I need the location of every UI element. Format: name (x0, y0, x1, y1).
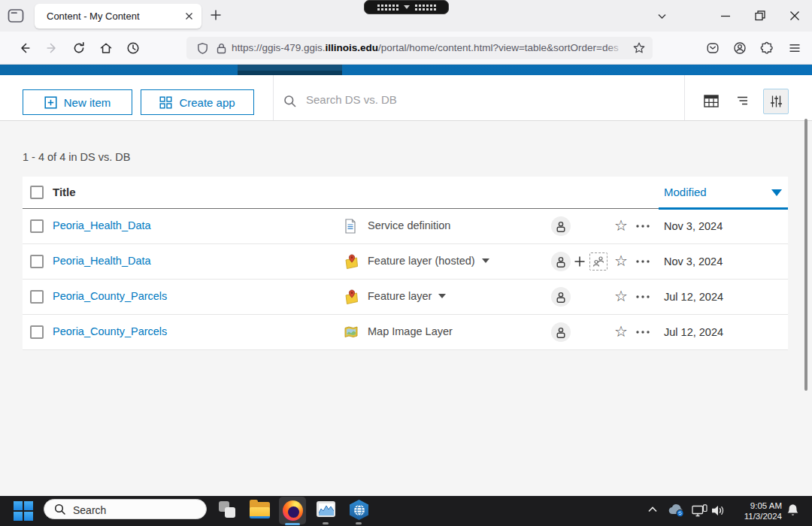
scrollbar-thumb[interactable] (804, 119, 807, 391)
sort-icon[interactable] (736, 95, 749, 107)
sort-desc-caret-icon[interactable] (771, 189, 782, 196)
square-plus-icon (44, 96, 57, 109)
portal-nav-active-tab-sliver (238, 65, 342, 75)
favorite-star-icon[interactable]: ☆ (614, 251, 629, 271)
pocket-icon[interactable] (706, 41, 720, 55)
column-modified-sort[interactable]: Modified (664, 186, 707, 198)
type-dropdown-caret-icon[interactable] (438, 294, 446, 298)
forward-icon[interactable] (45, 41, 59, 55)
arcgis-pro-button[interactable] (350, 500, 368, 520)
tab-close-icon[interactable] (183, 11, 195, 22)
table-header: Title Modified (23, 177, 788, 209)
back-icon[interactable] (18, 41, 32, 55)
window-minimize-button[interactable] (719, 9, 732, 23)
content-search-input[interactable] (304, 89, 556, 109)
item-type-label: Service definition (368, 219, 450, 231)
modified-date: Nov 3, 2024 (664, 255, 723, 268)
create-app-label: Create app (179, 96, 235, 109)
account-icon[interactable] (733, 41, 747, 55)
lock-icon[interactable] (215, 42, 228, 55)
url-text: https://ggis-479.ggis.illinois.edu/porta… (232, 42, 623, 55)
browser-tab[interactable]: Content - My Content (35, 4, 201, 29)
more-options-icon[interactable] (635, 260, 650, 263)
speaker-icon[interactable] (711, 505, 726, 516)
row-checkbox[interactable] (30, 290, 44, 304)
share-plus-icon[interactable] (574, 255, 586, 268)
shield-icon[interactable] (196, 42, 209, 55)
list-all-tabs-icon[interactable] (656, 10, 668, 23)
favorite-star-icon[interactable]: ☆ (614, 322, 629, 341)
content-table: Title Modified Peoria_Health_Data Servic… (23, 177, 788, 350)
more-options-icon[interactable] (635, 295, 650, 298)
item-title-link[interactable]: Peoria_County_Parcels (53, 325, 167, 337)
row-checkbox[interactable] (30, 325, 44, 339)
filter-button[interactable] (763, 89, 789, 114)
taskbar-search-input[interactable] (71, 501, 195, 518)
firefox-button[interactable] (279, 497, 306, 524)
search-icon (283, 95, 296, 107)
table-row: Peoria_Health_Data Feature layer (hosted… (23, 244, 788, 280)
select-all-checkbox[interactable] (30, 186, 44, 199)
type-dropdown-caret-icon[interactable] (482, 258, 489, 263)
taskbar-search[interactable] (44, 499, 207, 519)
table-row: Peoria_Health_Data Service definition ☆ … (23, 209, 788, 244)
running-app-indicator (323, 522, 329, 524)
create-app-button[interactable]: Create app (141, 89, 254, 115)
notification-bell-icon[interactable] (786, 503, 799, 518)
menu-hamburger-icon[interactable] (788, 41, 801, 55)
screen: Content - My Content (0, 0, 812, 526)
row-checkbox[interactable] (30, 219, 44, 233)
home-icon[interactable] (99, 41, 113, 55)
new-item-button[interactable]: New item (23, 89, 132, 115)
window-restore-button[interactable] (753, 9, 767, 23)
sharing-private-icon (551, 252, 571, 271)
tray-chevron-up-icon[interactable] (647, 506, 658, 513)
favorite-star-icon[interactable]: ☆ (614, 286, 629, 306)
browser-tabstrip: Content - My Content (0, 0, 812, 32)
table-view-icon[interactable] (704, 95, 719, 107)
modified-date: Jul 12, 2024 (664, 291, 723, 303)
file-explorer-button[interactable] (250, 501, 270, 518)
content-toolbar: New item Create app (0, 75, 812, 121)
item-title-link[interactable]: Peoria_Health_Data (53, 219, 151, 231)
modified-date: Jul 12, 2024 (664, 326, 723, 338)
taskbar: 9:05 AM 11/3/2024 (0, 496, 812, 526)
filter-sliders-icon (770, 95, 783, 108)
browser-navbar: https://ggis-479.ggis.illinois.edu/porta… (0, 32, 812, 65)
history-clock-icon[interactable] (126, 41, 140, 55)
row-checkbox[interactable] (30, 255, 44, 268)
more-options-icon[interactable] (635, 225, 650, 228)
network-display-icon[interactable] (692, 504, 707, 517)
task-view-button[interactable] (219, 501, 235, 518)
reload-icon[interactable] (72, 41, 86, 55)
new-tab-icon[interactable] (209, 8, 223, 22)
new-item-label: New item (64, 96, 111, 109)
tab-title: Content - My Content (47, 11, 140, 22)
toolbar-divider (273, 75, 274, 120)
window-close-button[interactable] (788, 9, 801, 23)
toolbar-divider (684, 75, 685, 120)
onedrive-cloud-icon[interactable] (668, 503, 686, 518)
feature-layer-icon (344, 254, 359, 269)
modified-date: Nov 3, 2024 (664, 220, 723, 232)
url-bar[interactable]: https://ggis-479.ggis.illinois.edu/porta… (186, 37, 653, 59)
bookmark-star-icon[interactable] (632, 41, 646, 55)
url-fade (606, 38, 629, 58)
clock-time: 9:05 AM (731, 500, 782, 511)
more-options-icon[interactable] (635, 331, 650, 334)
favorite-star-icon[interactable]: ☆ (614, 216, 629, 235)
shared-group-icon[interactable] (589, 252, 607, 271)
firefox-view-icon[interactable] (8, 8, 24, 23)
taskbar-clock[interactable]: 9:05 AM 11/3/2024 (731, 500, 782, 521)
item-title-link[interactable]: Peoria_Health_Data (53, 255, 151, 267)
clock-date: 11/3/2024 (731, 511, 782, 521)
screen-share-indicator[interactable] (364, 0, 449, 14)
item-title-link[interactable]: Peoria_County_Parcels (53, 290, 167, 302)
extensions-puzzle-icon[interactable] (760, 41, 774, 55)
start-button[interactable] (14, 501, 33, 521)
table-row: Peoria_County_Parcels Feature layer ☆ Ju… (23, 280, 788, 315)
dots-grid-icon (377, 5, 398, 11)
result-count: 1 - 4 of 4 in DS vs. DB (23, 151, 130, 163)
task-manager-button[interactable] (317, 501, 335, 517)
item-type-label: Feature layer (hosted) (368, 255, 475, 267)
